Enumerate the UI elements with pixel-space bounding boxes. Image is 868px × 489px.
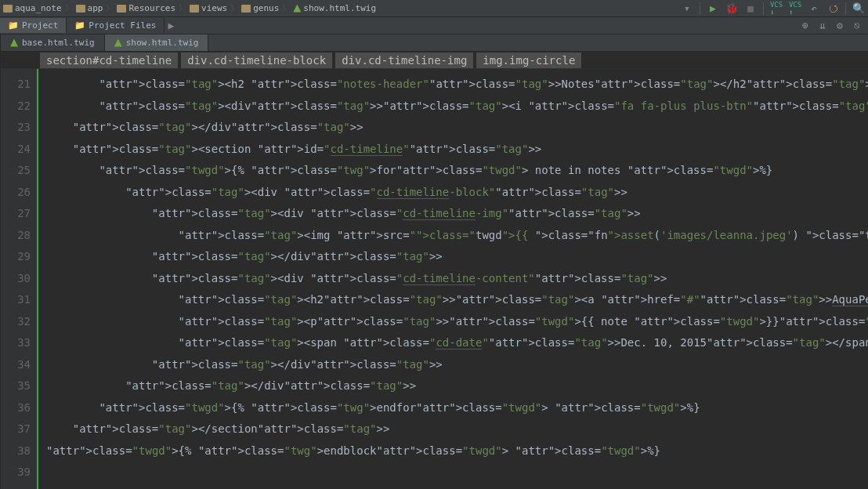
breadcrumb-item[interactable]: views xyxy=(190,3,227,13)
settings-icon[interactable]: ⚙ xyxy=(834,20,846,32)
files-icon: 📁 xyxy=(74,20,85,31)
vcs-commit-icon[interactable]: VCS⬆ xyxy=(789,2,801,15)
vcs-update-icon[interactable]: VCS⬇ xyxy=(770,2,783,15)
search-icon[interactable]: 🔍 xyxy=(852,2,865,15)
tab-scroll-icon[interactable]: ▶ xyxy=(165,20,177,32)
breadcrumb-item[interactable]: aqua_note xyxy=(3,3,62,13)
twig-icon xyxy=(114,39,122,47)
breadcrumb-item[interactable]: genus xyxy=(241,3,279,13)
element-crumb[interactable]: div.cd-timeline-img xyxy=(335,53,473,68)
editor-tab[interactable]: show.html.twig xyxy=(105,34,209,51)
config-dropdown[interactable]: ▾ xyxy=(681,2,693,15)
debug-button[interactable]: 🐞 xyxy=(725,2,738,15)
project-icon: 📁 xyxy=(8,20,19,31)
editor-tab[interactable]: base.html.twig xyxy=(1,34,105,51)
hide-icon[interactable]: ⎋ xyxy=(851,20,863,32)
history-icon[interactable]: ↶ xyxy=(808,2,820,15)
project-tool-tabs: 📁Project 📁Project Files ▶ ⊕ ⇊ ⚙ ⎋ xyxy=(0,17,868,34)
tab-project-files[interactable]: 📁Project Files xyxy=(67,18,165,33)
tab-project[interactable]: 📁Project xyxy=(0,18,67,33)
breadcrumb-item[interactable]: app xyxy=(76,3,103,13)
line-gutter: 21222324252627282930313233343536373839 xyxy=(1,69,38,489)
element-crumb[interactable]: div.cd-timeline-block xyxy=(181,53,332,68)
locate-icon[interactable]: ⊕ xyxy=(799,20,812,32)
twig-icon xyxy=(10,39,18,47)
breadcrumb-item[interactable]: Resources xyxy=(117,3,175,13)
code-editor[interactable]: "attr">class="tag"><h2 "attr">class="not… xyxy=(38,69,868,489)
breadcrumb-item[interactable]: show.html.twig xyxy=(293,3,376,13)
element-breadcrumb: section#cd-timelinediv.cd-timeline-block… xyxy=(1,52,868,69)
collapse-icon[interactable]: ⇊ xyxy=(816,20,829,32)
element-crumb[interactable]: img.img-circle xyxy=(476,53,581,68)
element-crumb[interactable]: section#cd-timeline xyxy=(40,53,178,68)
stop-button[interactable]: ■ xyxy=(744,2,757,15)
revert-icon[interactable]: ⭯ xyxy=(826,2,839,15)
breadcrumb-bar: aqua_note〉app〉Resources〉views〉genus〉show… xyxy=(0,0,868,17)
run-button[interactable]: ▶ xyxy=(707,2,719,15)
editor-tabs: base.html.twigshow.html.twig xyxy=(1,34,868,52)
